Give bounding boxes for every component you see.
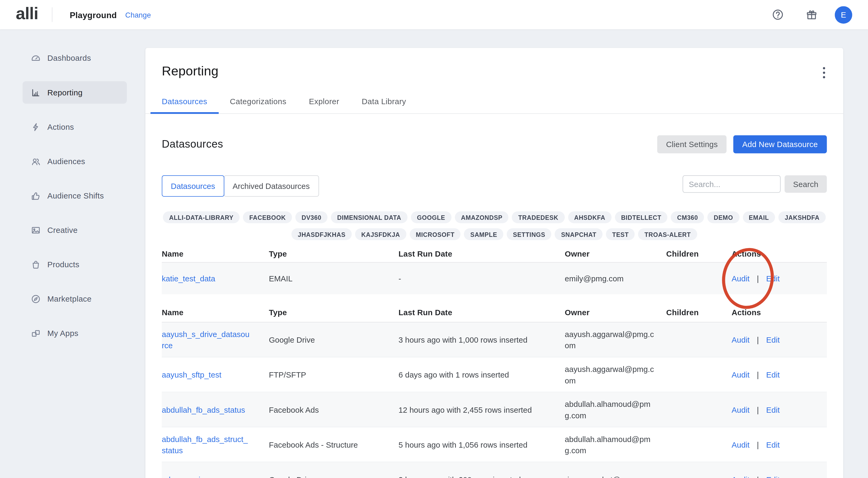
sidebar-item-label: Audiences bbox=[48, 157, 85, 166]
filter-chip[interactable]: FACEBOOK bbox=[243, 211, 292, 223]
table-header-cell: Actions bbox=[732, 249, 827, 258]
filter-chip[interactable]: KAJSFDKJA bbox=[355, 228, 406, 240]
audit-link[interactable]: Audit bbox=[732, 370, 750, 379]
edit-link[interactable]: Edit bbox=[766, 370, 780, 379]
edit-link[interactable]: Edit bbox=[766, 335, 780, 344]
kebab-menu-icon[interactable] bbox=[819, 64, 829, 81]
reporting-card: Reporting Datasources Categorizations Ex… bbox=[146, 48, 843, 478]
table-header-cell: Children bbox=[666, 249, 732, 258]
filter-chip[interactable]: TEST bbox=[606, 228, 635, 240]
sidebar-item-icon bbox=[30, 121, 41, 132]
card-body: Datasources Client Settings Add New Data… bbox=[146, 136, 843, 478]
audit-link[interactable]: Audit bbox=[732, 335, 750, 344]
row-actions: Audit | Edit bbox=[732, 439, 827, 450]
datasource-type: Google Drive bbox=[269, 474, 399, 478]
datasource-name-link[interactable]: abdullah_fb_ads_status bbox=[162, 404, 269, 415]
datasource-row: abdullah_fb_ads_struct_status Facebook A… bbox=[162, 427, 827, 462]
sidebar-item[interactable]: My Apps bbox=[23, 322, 127, 345]
datasource-owner: emily@pmg.com bbox=[565, 273, 666, 284]
datasource-name-link[interactable]: katie_test_data bbox=[162, 273, 269, 284]
row-actions: Audit | Edit bbox=[732, 404, 827, 415]
filter-chip[interactable]: TRADEDESK bbox=[512, 211, 564, 223]
datasource-name-link[interactable]: abdullah_fb_ads_struct_status bbox=[162, 433, 269, 456]
datasource-row: katie_test_data EMAIL - emily@pmg.com Au… bbox=[162, 263, 827, 294]
filter-chip[interactable]: CM360 bbox=[671, 211, 704, 223]
actions-separator: | bbox=[757, 335, 759, 344]
sidebar-item-label: Reporting bbox=[48, 88, 83, 97]
add-new-datasource-button[interactable]: Add New Datasource bbox=[733, 136, 827, 153]
sidebar-item[interactable]: Creative bbox=[23, 219, 127, 241]
edit-link[interactable]: Edit bbox=[766, 475, 780, 478]
tab[interactable]: Explorer bbox=[298, 91, 350, 114]
filter-chip[interactable]: AHSDKFA bbox=[568, 211, 612, 223]
sidebar-item[interactable]: Products bbox=[23, 253, 127, 276]
filter-chip[interactable]: DEMO bbox=[708, 211, 739, 223]
datasource-type: EMAIL bbox=[269, 273, 399, 284]
sidebar-item-icon bbox=[30, 293, 41, 304]
audit-link[interactable]: Audit bbox=[732, 475, 750, 478]
sidebar-item[interactable]: Audiences bbox=[23, 150, 127, 173]
help-icon[interactable] bbox=[772, 8, 784, 21]
table-rows: aayush_s_drive_datasource Google Drive 3… bbox=[162, 322, 827, 478]
sidebar-item[interactable]: Actions bbox=[23, 116, 127, 138]
filter-chip[interactable]: GOOGLE bbox=[411, 211, 452, 223]
main-datasource-table: NameTypeLast Run DateOwnerChildrenAction… bbox=[162, 308, 827, 478]
filter-chip[interactable]: BIDTELLECT bbox=[615, 211, 668, 223]
datasource-name-link[interactable]: aayush_s_drive_datasource bbox=[162, 328, 269, 351]
sidebar-item[interactable]: Dashboards bbox=[23, 47, 127, 69]
filter-chip[interactable]: SAMPLE bbox=[464, 228, 503, 240]
edit-link[interactable]: Edit bbox=[766, 440, 780, 449]
datasource-name-link[interactable]: aayush_sftp_test bbox=[162, 369, 269, 380]
sidebar-item[interactable]: Audience Shifts bbox=[23, 184, 127, 207]
gift-whats-new-icon[interactable] bbox=[805, 8, 818, 21]
sidebar-item[interactable]: Marketplace bbox=[23, 288, 127, 310]
filter-chip[interactable]: MICROSOFT bbox=[409, 228, 461, 240]
table-rows: katie_test_data EMAIL - emily@pmg.com Au… bbox=[162, 263, 827, 294]
sidebar-item[interactable]: Reporting bbox=[23, 81, 127, 104]
search-button[interactable]: Search bbox=[785, 175, 827, 193]
sidebar-item-label: Marketplace bbox=[48, 294, 92, 303]
filter-chip[interactable]: AMAZONDSP bbox=[455, 211, 508, 223]
tab[interactable]: Data Library bbox=[350, 91, 417, 114]
audit-link[interactable]: Audit bbox=[732, 440, 750, 449]
filter-chip[interactable]: SETTINGS bbox=[507, 228, 552, 240]
user-avatar[interactable]: E bbox=[835, 6, 852, 24]
tab[interactable]: Categorizations bbox=[218, 91, 298, 114]
filter-chip[interactable]: JAKSHDFA bbox=[778, 211, 826, 223]
datasources-section-header: Datasources Client Settings Add New Data… bbox=[162, 136, 827, 153]
sidebar-item-icon bbox=[30, 225, 41, 235]
tab[interactable]: Datasources bbox=[151, 91, 219, 114]
view-toggle-button[interactable]: Archived Datasources bbox=[223, 175, 319, 197]
filter-chip-row-2: JHASDFJKHASKAJSFDKJAMICROSOFTSAMPLESETTI… bbox=[162, 228, 827, 240]
datasources-toolbar: Datasources Archived Datasources Search bbox=[162, 175, 827, 197]
filter-chip[interactable]: JHASDFJKHAS bbox=[292, 228, 352, 240]
row-actions: Audit | Edit bbox=[732, 273, 827, 284]
datasource-name-link[interactable]: ad_campaign bbox=[162, 474, 269, 478]
audit-link[interactable]: Audit bbox=[732, 405, 750, 414]
top-navigation-bar: alli Playground Change E bbox=[0, 0, 868, 29]
client-settings-button[interactable]: Client Settings bbox=[657, 136, 727, 153]
datasource-owner: abdullah.alhamoud@pmg.com bbox=[565, 433, 666, 456]
datasource-row: aayush_s_drive_datasource Google Drive 3… bbox=[162, 322, 827, 357]
filter-chips: ALLI-DATA-LIBRARYFACEBOOKDV360DIMENSIONA… bbox=[162, 211, 827, 240]
filter-chip[interactable]: ALLI-DATA-LIBRARY bbox=[163, 211, 240, 223]
datasource-type: Facebook Ads - Structure bbox=[269, 439, 399, 450]
search-input[interactable] bbox=[683, 175, 781, 193]
filter-chip[interactable]: SNAPCHAT bbox=[555, 228, 602, 240]
filter-chip[interactable]: DV360 bbox=[296, 211, 328, 223]
table-header-cell: Last Run Date bbox=[399, 249, 565, 258]
filter-chip[interactable]: DIMENSIONAL DATA bbox=[331, 211, 407, 223]
datasource-last-run: - bbox=[399, 273, 565, 284]
alli-logo: alli bbox=[16, 5, 38, 24]
filter-chip[interactable]: TROAS-ALERT bbox=[638, 228, 697, 240]
view-toggle-button[interactable]: Datasources bbox=[162, 175, 224, 197]
audit-link[interactable]: Audit bbox=[732, 274, 750, 283]
edit-link[interactable]: Edit bbox=[766, 405, 780, 414]
change-workspace-link[interactable]: Change bbox=[125, 10, 151, 19]
card-header: Reporting bbox=[146, 48, 843, 81]
filter-chip[interactable]: EMAIL bbox=[743, 211, 775, 223]
edit-link[interactable]: Edit bbox=[766, 274, 780, 283]
sidebar-item-label: Audience Shifts bbox=[48, 191, 104, 200]
main-content: Reporting Datasources Categorizations Ex… bbox=[145, 29, 868, 478]
topbar-divider bbox=[52, 7, 52, 22]
